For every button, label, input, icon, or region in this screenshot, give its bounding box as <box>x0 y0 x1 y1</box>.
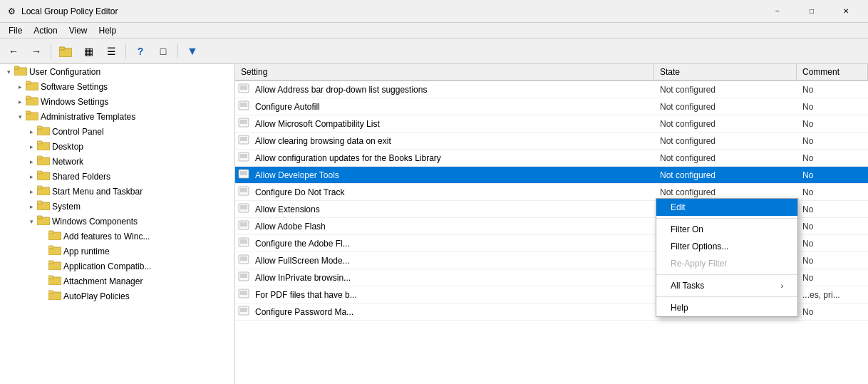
tree-item[interactable]: Attachment Manager <box>0 274 234 289</box>
context-menu-item[interactable]: Filter Options... <box>656 238 797 255</box>
context-menu-item: Re-Apply Filter <box>656 255 797 272</box>
forward-button[interactable]: → <box>26 41 47 61</box>
tree-item[interactable]: ▸Control Panel <box>0 124 234 139</box>
tree-item[interactable]: ▾Windows Components <box>0 214 234 229</box>
svg-rect-21 <box>37 201 42 204</box>
tree-panel: ▾User Configuration▸Software Settings▸Wi… <box>0 64 235 384</box>
minimize-button[interactable]: − <box>761 1 794 21</box>
tree-item-label: Application Compatib... <box>63 261 151 271</box>
row-comment-text: No <box>797 185 868 199</box>
tree-folder-icon <box>37 155 50 167</box>
tree-item[interactable]: AutoPlay Policies <box>0 289 234 303</box>
tree-item[interactable]: ▸Network <box>0 154 234 169</box>
tree-item-label: Network <box>52 157 83 167</box>
title-bar: ⚙ Local Group Policy Editor − □ ✕ <box>0 0 868 23</box>
tree-item[interactable]: Add features to Winc... <box>0 229 234 244</box>
tree-item[interactable]: ▸System <box>0 199 234 214</box>
context-menu-separator <box>656 296 797 297</box>
row-setting-text: Allow configuration updates for the Book… <box>252 151 654 165</box>
tree-item[interactable]: Application Compatib... <box>0 259 234 274</box>
svg-rect-9 <box>26 111 31 114</box>
tree-item-label: Start Menu and Taskbar <box>52 187 143 197</box>
row-comment-text: No <box>797 254 868 268</box>
tree-item[interactable]: ▸Start Menu and Taskbar <box>0 184 234 199</box>
row-state-text: Not configured <box>654 185 797 199</box>
tree-item[interactable]: ▸Desktop <box>0 139 234 154</box>
show-hide-button[interactable]: ▦ <box>78 41 99 61</box>
svg-rect-70 <box>239 238 249 247</box>
menu-bar: File Action View Help <box>0 23 868 38</box>
scope-button[interactable]: □ <box>153 41 174 61</box>
context-menu-item[interactable]: Help <box>656 299 797 316</box>
policy-icon <box>235 306 252 318</box>
svg-rect-19 <box>37 186 42 189</box>
context-menu-item[interactable]: Edit <box>656 199 797 216</box>
tree-folder-icon <box>26 95 38 108</box>
table-row[interactable]: Allow configuration updates for the Book… <box>235 150 868 167</box>
row-setting-text: Allow InPrivate browsin... <box>252 271 654 285</box>
svg-rect-31 <box>48 276 53 279</box>
row-setting-text: Allow Microsoft Compatibility List <box>252 117 654 131</box>
tree-item-label: Add features to Winc... <box>63 232 150 242</box>
context-menu-item[interactable]: All Tasks› <box>656 277 797 294</box>
context-menu-item-label: Help <box>671 303 688 313</box>
tree-folder-icon <box>48 245 61 257</box>
menu-action[interactable]: Action <box>28 24 63 37</box>
tree-toggle-icon: ▾ <box>26 218 37 225</box>
tree-item[interactable]: App runtime <box>0 244 234 259</box>
menu-file[interactable]: File <box>3 24 28 37</box>
tree-folder-icon <box>26 81 38 93</box>
tree-item[interactable]: ▸Windows Settings <box>0 94 234 109</box>
table-row[interactable]: Allow clearing browsing data on exitNot … <box>235 133 868 150</box>
table-row[interactable]: Configure AutofillNot configuredNo <box>235 98 868 115</box>
tree-folder-icon <box>37 170 50 182</box>
table-row[interactable]: Allow Microsoft Compatibility ListNot co… <box>235 115 868 133</box>
svg-rect-82 <box>239 289 249 298</box>
tree-item[interactable]: ▸Software Settings <box>0 79 234 94</box>
svg-rect-1 <box>59 47 65 50</box>
tree-folder-icon <box>37 140 50 152</box>
menu-view[interactable]: View <box>63 24 93 37</box>
row-setting-text: For PDF files that have b... <box>252 288 654 302</box>
row-comment-text: No <box>797 151 868 165</box>
tree-item[interactable]: ▸Shared Folders <box>0 169 234 184</box>
context-menu: EditFilter OnFilter Options...Re-Apply F… <box>656 198 798 317</box>
col-header-setting[interactable]: Setting <box>235 64 654 80</box>
show-list-button[interactable]: ☰ <box>100 41 122 61</box>
menu-help[interactable]: Help <box>93 24 123 37</box>
table-row[interactable]: Allow Developer ToolsNot configuredNo <box>235 167 868 184</box>
row-comment-text: ...es, pri... <box>797 288 868 302</box>
policy-icon <box>235 289 252 301</box>
tree-item[interactable]: ▾Administrative Templates <box>0 109 234 124</box>
table-row[interactable]: Allow Address bar drop-down list suggest… <box>235 81 868 98</box>
row-setting-text: Configure Autofill <box>252 100 654 114</box>
toolbar-sep-2 <box>125 44 126 58</box>
tree-item[interactable]: ▾User Configuration <box>0 64 234 79</box>
back-button[interactable]: ← <box>3 41 24 61</box>
help-button[interactable]: ? <box>130 41 151 61</box>
svg-rect-3 <box>14 66 19 69</box>
svg-rect-38 <box>239 101 249 110</box>
col-header-comment[interactable]: Comment <box>797 64 868 80</box>
svg-rect-62 <box>239 204 249 212</box>
tree-toggle-icon: ▸ <box>14 83 26 90</box>
policy-icon <box>235 237 252 249</box>
policy-icon <box>235 169 252 181</box>
maximize-button[interactable]: □ <box>795 1 828 21</box>
row-setting-text: Allow Extensions <box>252 202 654 217</box>
tree-folder-icon <box>37 185 50 197</box>
tree-item-label: Administrative Templates <box>41 112 135 122</box>
tree-toggle-icon: ▸ <box>26 188 37 195</box>
tree-toggle-icon: ▸ <box>26 128 37 135</box>
svg-rect-74 <box>239 255 249 264</box>
svg-rect-15 <box>37 156 42 159</box>
tree-folder-icon <box>26 110 38 123</box>
folder-button[interactable] <box>55 41 76 61</box>
svg-rect-78 <box>239 272 249 281</box>
tree-item-label: Attachment Manager <box>63 276 143 286</box>
context-menu-item[interactable]: Filter On <box>656 221 797 238</box>
col-header-state[interactable]: State <box>654 64 797 80</box>
close-button[interactable]: ✕ <box>830 1 862 21</box>
filter-button[interactable]: ▼ <box>182 41 203 61</box>
row-state-text: Not configured <box>654 168 797 182</box>
